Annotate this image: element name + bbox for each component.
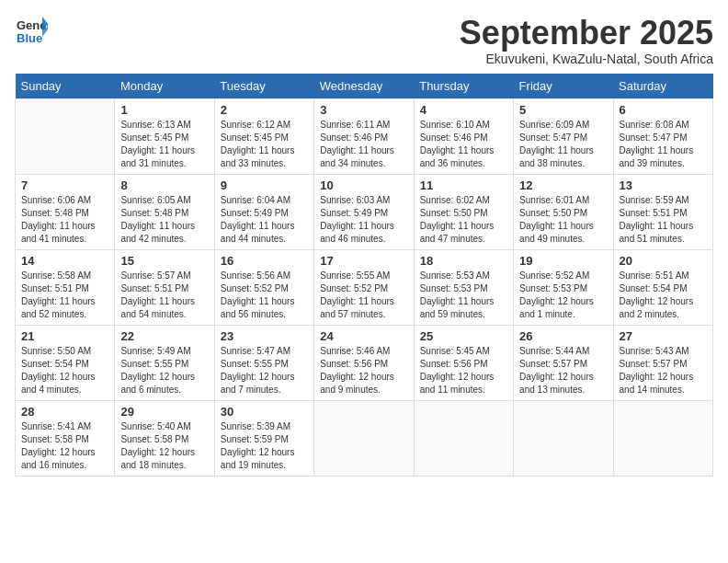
table-row: 27Sunrise: 5:43 AMSunset: 5:57 PMDayligh… [613,325,712,400]
table-row: 13Sunrise: 5:59 AMSunset: 5:51 PMDayligh… [613,174,712,249]
day-info: Sunrise: 5:49 AMSunset: 5:55 PMDaylight:… [120,345,208,396]
day-info: Sunrise: 5:41 AMSunset: 5:58 PMDaylight:… [21,420,108,472]
day-number: 1 [120,103,208,117]
table-row: 11Sunrise: 6:02 AMSunset: 5:50 PMDayligh… [414,174,513,249]
day-number: 30 [221,405,308,419]
day-info: Sunrise: 5:59 AMSunset: 5:51 PMDaylight:… [620,194,707,246]
day-info: Sunrise: 5:39 AMSunset: 5:59 PMDaylight:… [221,420,308,472]
header-friday: Friday [514,74,613,99]
table-row: 2Sunrise: 6:12 AMSunset: 5:45 PMDaylight… [214,98,313,174]
day-info: Sunrise: 6:09 AMSunset: 5:47 PMDaylight:… [519,119,607,170]
day-info: Sunrise: 5:50 AMSunset: 5:54 PMDaylight:… [21,345,108,396]
day-number: 19 [519,254,607,268]
day-number: 10 [320,178,407,192]
table-row: 25Sunrise: 5:45 AMSunset: 5:56 PMDayligh… [414,325,513,400]
day-number: 16 [221,254,308,268]
day-number: 5 [519,103,607,117]
day-info: Sunrise: 6:01 AMSunset: 5:50 PMDaylight:… [519,194,607,246]
day-number: 18 [420,254,507,268]
calendar-week-row: 21Sunrise: 5:50 AMSunset: 5:54 PMDayligh… [16,325,713,400]
day-number: 29 [120,405,208,419]
day-info: Sunrise: 5:53 AMSunset: 5:53 PMDaylight:… [420,270,507,321]
month-title: September 2025 [460,15,713,52]
logo: General Blue [15,15,51,52]
header-saturday: Saturday [613,74,712,99]
day-number: 7 [21,178,108,192]
day-number: 3 [320,103,407,117]
header-tuesday: Tuesday [214,74,313,99]
table-row [16,98,115,174]
day-info: Sunrise: 5:52 AMSunset: 5:53 PMDaylight:… [519,270,607,321]
day-info: Sunrise: 5:46 AMSunset: 5:56 PMDaylight:… [320,345,407,396]
day-info: Sunrise: 6:13 AMSunset: 5:45 PMDaylight:… [120,119,208,170]
table-row: 16Sunrise: 5:56 AMSunset: 5:52 PMDayligh… [214,249,313,325]
day-number: 26 [519,329,607,343]
day-info: Sunrise: 5:51 AMSunset: 5:54 PMDaylight:… [620,270,707,321]
location-subtitle: Ekuvukeni, KwaZulu-Natal, South Africa [460,52,713,66]
day-info: Sunrise: 5:58 AMSunset: 5:51 PMDaylight:… [21,270,108,321]
calendar-week-row: 1Sunrise: 6:13 AMSunset: 5:45 PMDaylight… [16,98,713,174]
title-block: September 2025 Ekuvukeni, KwaZulu-Natal,… [460,15,713,66]
table-row [514,400,613,476]
table-row: 18Sunrise: 5:53 AMSunset: 5:53 PMDayligh… [414,249,513,325]
day-number: 11 [420,178,507,192]
table-row: 1Sunrise: 6:13 AMSunset: 5:45 PMDaylight… [115,98,214,174]
table-row: 20Sunrise: 5:51 AMSunset: 5:54 PMDayligh… [613,249,712,325]
page-header: General Blue September 2025 Ekuvukeni, K… [15,15,713,66]
table-row: 29Sunrise: 5:40 AMSunset: 5:58 PMDayligh… [115,400,214,476]
table-row: 15Sunrise: 5:57 AMSunset: 5:51 PMDayligh… [115,249,214,325]
table-row [414,400,513,476]
day-number: 28 [21,405,108,419]
day-number: 27 [620,329,707,343]
logo-icon: General Blue [15,15,48,48]
day-info: Sunrise: 6:08 AMSunset: 5:47 PMDaylight:… [620,119,707,170]
day-number: 22 [120,329,208,343]
table-row: 19Sunrise: 5:52 AMSunset: 5:53 PMDayligh… [514,249,613,325]
table-row: 6Sunrise: 6:08 AMSunset: 5:47 PMDaylight… [613,98,712,174]
day-number: 6 [620,103,707,117]
calendar-header-row: Sunday Monday Tuesday Wednesday Thursday… [16,74,713,99]
table-row: 8Sunrise: 6:05 AMSunset: 5:48 PMDaylight… [115,174,214,249]
table-row: 3Sunrise: 6:11 AMSunset: 5:46 PMDaylight… [314,98,414,174]
day-number: 14 [21,254,108,268]
table-row: 17Sunrise: 5:55 AMSunset: 5:52 PMDayligh… [314,249,414,325]
day-number: 9 [221,178,308,192]
table-row [314,400,414,476]
day-info: Sunrise: 6:06 AMSunset: 5:48 PMDaylight:… [21,194,108,246]
svg-text:Blue: Blue [17,31,42,45]
table-row: 10Sunrise: 6:03 AMSunset: 5:49 PMDayligh… [314,174,414,249]
table-row: 4Sunrise: 6:10 AMSunset: 5:46 PMDaylight… [414,98,513,174]
header-sunday: Sunday [16,74,115,99]
day-info: Sunrise: 5:43 AMSunset: 5:57 PMDaylight:… [620,345,707,396]
header-monday: Monday [115,74,214,99]
table-row: 21Sunrise: 5:50 AMSunset: 5:54 PMDayligh… [16,325,115,400]
day-number: 23 [221,329,308,343]
calendar-week-row: 7Sunrise: 6:06 AMSunset: 5:48 PMDaylight… [16,174,713,249]
day-info: Sunrise: 6:02 AMSunset: 5:50 PMDaylight:… [420,194,507,246]
day-number: 21 [21,329,108,343]
table-row: 24Sunrise: 5:46 AMSunset: 5:56 PMDayligh… [314,325,414,400]
table-row: 22Sunrise: 5:49 AMSunset: 5:55 PMDayligh… [115,325,214,400]
day-number: 4 [420,103,507,117]
day-number: 17 [320,254,407,268]
table-row [613,400,712,476]
day-info: Sunrise: 6:12 AMSunset: 5:45 PMDaylight:… [221,119,308,170]
table-row: 7Sunrise: 6:06 AMSunset: 5:48 PMDaylight… [16,174,115,249]
day-info: Sunrise: 6:05 AMSunset: 5:48 PMDaylight:… [120,194,208,246]
day-number: 25 [420,329,507,343]
day-info: Sunrise: 5:44 AMSunset: 5:57 PMDaylight:… [519,345,607,396]
day-info: Sunrise: 5:57 AMSunset: 5:51 PMDaylight:… [120,270,208,321]
day-info: Sunrise: 5:40 AMSunset: 5:58 PMDaylight:… [120,420,208,472]
header-thursday: Thursday [414,74,513,99]
day-info: Sunrise: 5:55 AMSunset: 5:52 PMDaylight:… [320,270,407,321]
day-number: 8 [120,178,208,192]
table-row: 28Sunrise: 5:41 AMSunset: 5:58 PMDayligh… [16,400,115,476]
day-number: 2 [221,103,308,117]
day-number: 15 [120,254,208,268]
day-info: Sunrise: 6:03 AMSunset: 5:49 PMDaylight:… [320,194,407,246]
table-row: 5Sunrise: 6:09 AMSunset: 5:47 PMDaylight… [514,98,613,174]
day-info: Sunrise: 6:11 AMSunset: 5:46 PMDaylight:… [320,119,407,170]
day-number: 20 [620,254,707,268]
day-info: Sunrise: 5:56 AMSunset: 5:52 PMDaylight:… [221,270,308,321]
table-row: 12Sunrise: 6:01 AMSunset: 5:50 PMDayligh… [514,174,613,249]
